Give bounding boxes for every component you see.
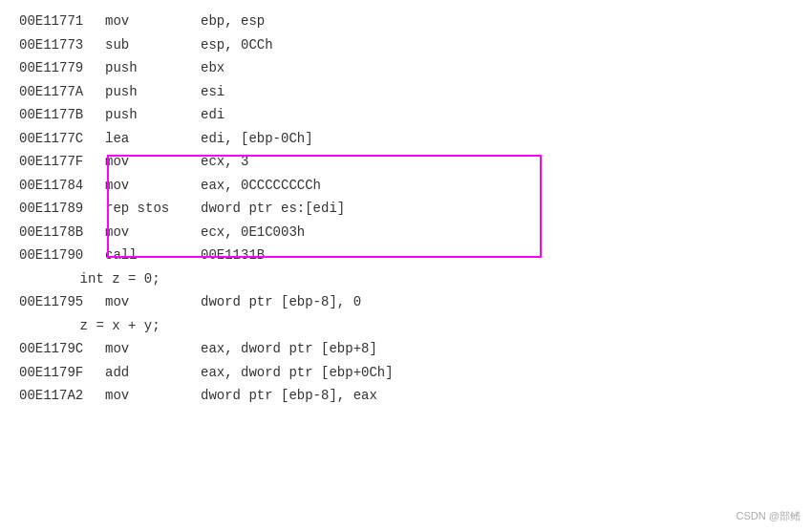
- operand: esi: [201, 80, 224, 104]
- operand: dword ptr [ebp-8], 0: [201, 290, 361, 314]
- mnemonic: mov: [105, 10, 201, 33]
- address: 00E11771: [19, 10, 105, 33]
- watermark-label: CSDN @部鳍: [737, 509, 801, 523]
- mnemonic: mov: [105, 384, 201, 408]
- table-row: z = x + y;: [19, 314, 793, 338]
- address: 00E117A2: [19, 384, 105, 408]
- operand: edi: [201, 103, 224, 127]
- mnemonic: lea: [105, 127, 201, 151]
- address: 00E11779: [19, 56, 105, 80]
- address: 00E1178B: [19, 221, 105, 244]
- mnemonic: mov: [105, 174, 201, 198]
- mnemonic: add: [105, 361, 201, 385]
- mnemonic: push: [105, 56, 201, 80]
- operand: 00E1131B: [201, 244, 265, 267]
- mnemonic: push: [105, 80, 201, 104]
- mnemonic: mov: [105, 221, 201, 244]
- table-row: 00E1177Cleaedi, [ebp-0Ch]: [19, 127, 793, 151]
- table-row: 00E11771movebp, esp: [19, 10, 793, 33]
- address: 00E11773: [19, 33, 105, 57]
- table-row: 00E1177Apushesi: [19, 80, 793, 104]
- operand: eax, dword ptr [ebp+0Ch]: [201, 361, 394, 385]
- source-line: int z = 0;: [19, 267, 160, 291]
- mnemonic: sub: [105, 33, 201, 57]
- table-row: 00E1177Bpushedi: [19, 103, 793, 127]
- operand: esp, 0CCh: [201, 33, 273, 57]
- address: 00E11789: [19, 197, 105, 221]
- table-row: 00E1177Fmovecx, 3: [19, 150, 793, 174]
- table-row: 00E1179Cmoveax, dword ptr [ebp+8]: [19, 337, 793, 361]
- address: 00E11784: [19, 174, 105, 198]
- table-row: 00E11795movdword ptr [ebp-8], 0: [19, 290, 793, 314]
- address: 00E1177C: [19, 127, 105, 151]
- operand: dword ptr [ebp-8], eax: [201, 384, 377, 408]
- operand: ebp, esp: [201, 10, 265, 33]
- address: 00E1177B: [19, 103, 105, 127]
- mnemonic: mov: [105, 337, 201, 361]
- address: 00E11795: [19, 290, 105, 314]
- operand: ebx: [201, 56, 224, 80]
- mnemonic: mov: [105, 150, 201, 174]
- address: 00E1179C: [19, 337, 105, 361]
- mnemonic: mov: [105, 290, 201, 314]
- table-row: 00E1179Faddeax, dword ptr [ebp+0Ch]: [19, 361, 793, 385]
- table-row: 00E11789rep stosdword ptr es:[edi]: [19, 197, 793, 221]
- mnemonic: call: [105, 244, 201, 267]
- code-container: 00E11771movebp, esp00E11773subesp, 0CCh0…: [0, 0, 812, 417]
- table-row: 00E11790call00E1131B: [19, 244, 793, 267]
- table-row: int z = 0;: [19, 267, 793, 291]
- address: 00E1179F: [19, 361, 105, 385]
- address: 00E1177F: [19, 150, 105, 174]
- table-row: 00E11773subesp, 0CCh: [19, 33, 793, 57]
- source-line: z = x + y;: [19, 314, 160, 338]
- operand: eax, dword ptr [ebp+8]: [201, 337, 377, 361]
- table-row: 00E11784moveax, 0CCCCCCCCh: [19, 174, 793, 198]
- operand: eax, 0CCCCCCCCh: [201, 174, 321, 198]
- operand: dword ptr es:[edi]: [201, 197, 345, 221]
- mnemonic: push: [105, 103, 201, 127]
- address: 00E1177A: [19, 80, 105, 104]
- operand: ecx, 0E1C003h: [201, 221, 305, 244]
- table-row: 00E1178Bmovecx, 0E1C003h: [19, 221, 793, 244]
- table-row: 00E11779pushebx: [19, 56, 793, 80]
- mnemonic: rep stos: [105, 197, 201, 221]
- operand: edi, [ebp-0Ch]: [201, 127, 313, 151]
- address: 00E11790: [19, 244, 105, 267]
- table-row: 00E117A2movdword ptr [ebp-8], eax: [19, 384, 793, 408]
- operand: ecx, 3: [201, 150, 248, 174]
